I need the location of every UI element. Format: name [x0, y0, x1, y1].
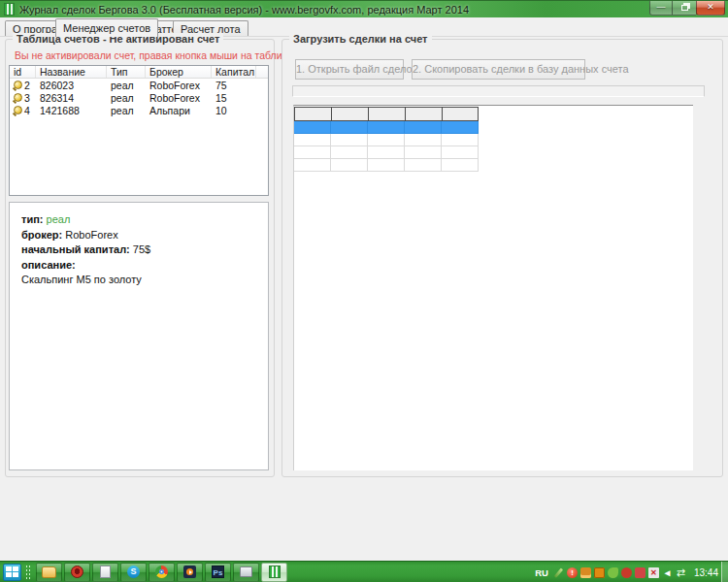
grid-row-selected[interactable]	[294, 121, 479, 134]
detail-description-value: Скальпинг M5 по золоту	[21, 275, 268, 285]
flag-icon[interactable]: ✕	[648, 567, 659, 578]
taskbar-app-document[interactable]	[92, 563, 118, 582]
clock[interactable]: 13:44	[694, 567, 718, 578]
window-title: Журнал сделок Бергова 3.0 (Бесплатная ве…	[19, 4, 469, 16]
column-header-id[interactable]: id	[10, 66, 36, 78]
start-button[interactable]	[3, 564, 21, 581]
detail-type-value: реал	[47, 213, 71, 225]
taskbar-app-media-player[interactable]	[177, 563, 203, 582]
detail-broker-value: RoboForex	[65, 229, 117, 241]
column-header-capital[interactable]: Капитал	[212, 66, 256, 78]
activation-warning: Вы не активировали счет, правая кнопка м…	[15, 49, 322, 61]
cell-type: реал	[107, 91, 146, 104]
opera-icon	[71, 566, 83, 578]
lock-icon[interactable]	[594, 567, 605, 578]
grid-header-cell[interactable]	[368, 107, 405, 121]
windows-start-icon	[13, 566, 18, 571]
red-badge-icon[interactable]	[635, 567, 645, 578]
cell-id: 4	[24, 105, 30, 116]
account-row[interactable]: 4 1421688 реал Альпари 10	[10, 104, 268, 116]
accounts-groupbox: Таблица счетов - Не активирован счет Вы …	[5, 39, 275, 477]
journal-app-icon	[269, 566, 281, 578]
chart-icon[interactable]	[580, 567, 591, 578]
chrome-icon	[155, 566, 168, 578]
taskbar: S Ps RU ! ✕ ◄ ⇄ 13:44	[0, 561, 728, 582]
taskbar-app-explorer[interactable]	[36, 563, 62, 582]
cell-name: 1421688	[36, 104, 107, 116]
media-player-icon	[183, 566, 196, 578]
leaf-icon[interactable]	[608, 567, 618, 578]
account-magnifier-icon	[14, 106, 22, 114]
detail-type-label: тип:	[21, 213, 43, 225]
accounts-table-header: id Название Тип Брокер Капитал	[10, 66, 268, 79]
progress-strip	[292, 85, 705, 97]
cell-capital: 75	[212, 79, 256, 91]
red-speaker-icon[interactable]	[621, 567, 632, 578]
grid-header-cell[interactable]	[405, 107, 442, 121]
taskbar-grip[interactable]	[25, 565, 32, 580]
cell-broker: RoboForex	[146, 79, 212, 91]
account-row[interactable]: 3 826314 реал RoboForex 15	[10, 91, 268, 104]
maximize-restore-button[interactable]	[673, 1, 696, 16]
windows-start-icon	[13, 572, 18, 577]
cell-broker: RoboForex	[146, 91, 212, 104]
detail-capital-value: 75$	[133, 243, 150, 255]
grid-header-cell[interactable]	[294, 107, 331, 121]
close-button[interactable]: ✕	[696, 1, 725, 16]
minimize-button[interactable]: —	[649, 1, 673, 16]
alert-icon[interactable]: !	[567, 567, 578, 578]
cell-broker: Альпари	[146, 104, 212, 116]
load-trades-groupbox: Загрузить сделки на счет 1. Открыть файл…	[281, 39, 723, 477]
column-header-type[interactable]: Тип	[107, 66, 146, 78]
cell-name: 826023	[36, 79, 107, 91]
desktop-screen: Журнал сделок Бергова 3.0 (Бесплатная ве…	[0, 0, 728, 582]
cell-capital: 10	[212, 104, 256, 116]
pencil-icon[interactable]	[553, 567, 564, 578]
cell-capital: 15	[212, 91, 256, 104]
copy-trades-to-db-button[interactable]: 2. Скопировать сделки в базу данных счет…	[412, 59, 585, 80]
taskbar-app-photoshop[interactable]: Ps	[205, 563, 231, 582]
taskbar-app-skype[interactable]: S	[120, 563, 147, 582]
taskbar-app-window[interactable]	[233, 563, 259, 582]
trades-grid	[294, 107, 479, 172]
trades-grid-area[interactable]	[293, 105, 693, 470]
tab-account-manager[interactable]: Менеджер счетов	[55, 18, 158, 37]
cell-type: реал	[107, 104, 146, 116]
language-indicator[interactable]: RU	[535, 567, 548, 578]
taskbar-app-chrome[interactable]	[149, 563, 175, 582]
cell-type: реал	[107, 79, 146, 91]
detail-capital-label: начальный капитал:	[21, 243, 130, 255]
taskbar-app-opera[interactable]	[64, 563, 90, 582]
window-titlebar[interactable]: Журнал сделок Бергова 3.0 (Бесплатная ве…	[0, 0, 728, 17]
document-icon	[100, 566, 111, 578]
account-row[interactable]: 2 826023 реал RoboForex 75	[10, 79, 268, 91]
restore-icon	[681, 5, 688, 11]
show-desktop-button[interactable]	[721, 562, 728, 582]
cell-id: 3	[24, 92, 30, 104]
grid-row[interactable]	[294, 146, 479, 159]
detail-broker-label: брокер:	[21, 229, 62, 241]
account-details-panel: тип: реал брокер: RoboForex начальный ка…	[9, 202, 269, 470]
window-app-icon	[240, 566, 252, 577]
accounts-table[interactable]: id Название Тип Брокер Капитал 2 826023 …	[9, 65, 269, 196]
trades-grid-header	[294, 107, 479, 121]
taskbar-app-journal-active[interactable]	[261, 563, 287, 582]
cell-name: 826314	[36, 91, 107, 104]
load-trades-groupbox-title: Загрузить сделки на счет	[289, 33, 432, 45]
column-header-name[interactable]: Название	[36, 66, 107, 78]
sync-icon[interactable]: ⇄	[676, 567, 686, 578]
account-magnifier-icon	[14, 81, 22, 89]
system-tray: RU ! ✕ ◄ ⇄ 13:44	[535, 562, 718, 582]
account-magnifier-icon	[14, 93, 22, 102]
open-trades-file-button[interactable]: 1. Открыть файл сделок	[295, 59, 404, 80]
app-journal-icon	[4, 3, 15, 16]
grid-row[interactable]	[294, 134, 479, 146]
volume-icon[interactable]: ◄	[662, 567, 673, 578]
grid-header-cell[interactable]	[442, 107, 479, 121]
explorer-folder-icon	[42, 566, 56, 578]
windows-start-icon	[6, 572, 12, 577]
grid-header-cell[interactable]	[331, 107, 368, 121]
windows-start-icon	[6, 566, 12, 571]
grid-row[interactable]	[294, 159, 479, 172]
column-header-broker[interactable]: Брокер	[146, 66, 212, 78]
